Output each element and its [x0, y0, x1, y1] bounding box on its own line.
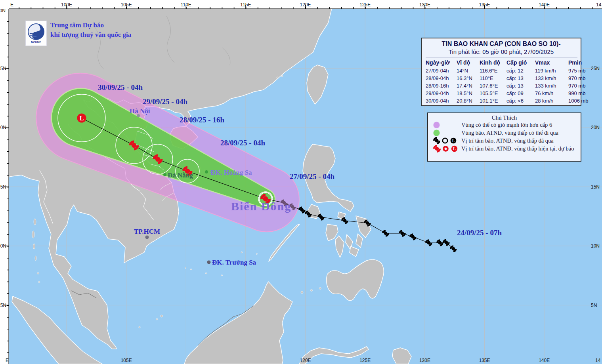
- forecast-depression-icon: [441, 145, 450, 153]
- bulletin-title: TIN BAO KHAN CAP (CON BAO SO 10)-: [422, 40, 581, 48]
- lat-label-corner: 30N: [0, 8, 6, 13]
- agency-name-line1: Trung tâm Dự báo: [50, 21, 131, 30]
- cell-lat: 17.4°N: [457, 82, 480, 90]
- cell-pmin: 970 mb: [568, 74, 585, 82]
- lat-label-left: 10N: [0, 243, 6, 249]
- svg-text:L: L: [453, 147, 456, 151]
- col-header: Pmin: [568, 59, 582, 67]
- cell-lon: 105.5°E: [480, 90, 506, 97]
- legend-row: Vùng có thể có gió mạnh lớn hơn cấp 6: [428, 121, 581, 129]
- city-label-truongsa: ĐK. Trường Sa: [212, 259, 256, 266]
- date-label-3: 28/09/25 - 04h: [220, 139, 265, 147]
- forecast-row: 28/09-04h 16.3°N 110°E cấp: 13 133 km/h …: [426, 74, 577, 82]
- cell-lon: 110°E: [480, 74, 506, 82]
- lon-label-top: 120E: [300, 2, 311, 8]
- nchmf-logo-emblem: [27, 23, 45, 40]
- cell-lat: 14°N: [457, 67, 480, 74]
- forecast-table-header: Ngày-giờ Vĩ độ Kinh độ Cấp gió Vmax Pmin: [426, 59, 577, 67]
- nchmf-logo-text: NCHMF: [31, 41, 41, 44]
- date-label-0: 30/09/25 - 04h: [98, 83, 143, 91]
- legend-title: Chú Thích: [428, 114, 581, 121]
- lat-label-right: 20N: [591, 125, 600, 130]
- purple-zone-icon: [433, 121, 440, 129]
- lon-label-top: 105E: [121, 2, 132, 8]
- tphcm-dot: [145, 236, 149, 239]
- agency-name: Trung tâm Dự báo khí tượng thuỷ văn quốc…: [50, 21, 131, 40]
- legend-row: Vùng bão, ATNĐ, vùng thấp có thể đi qua: [428, 129, 581, 137]
- svg-text:L: L: [452, 139, 455, 143]
- lon-label-bottom: 130E: [419, 358, 430, 363]
- danang-dot: [163, 173, 166, 176]
- cell-lat: 18.5°N: [457, 90, 480, 97]
- legend-row: L Vị trí tâm bão, ATNĐ, vùng thấp hiện t…: [428, 145, 581, 152]
- lon-label-top: 140E: [539, 2, 550, 8]
- cell-category: cấp: 13: [506, 74, 535, 82]
- cell-pmin: 975 mb: [568, 67, 585, 74]
- lat-label-right: 15N: [591, 184, 600, 190]
- lon-label-bottom: 135E: [479, 358, 490, 363]
- cell-lon: 116.6°E: [480, 67, 506, 74]
- lon-label-bottom: 105E: [121, 358, 132, 363]
- col-header: Cấp gió: [506, 59, 535, 67]
- lon-label-top: 125E: [359, 2, 371, 8]
- lon-label-bottom-partial: E: [6, 358, 9, 363]
- lon-label-top: 130E: [419, 2, 430, 8]
- bulletin-panel: TIN BAO KHAN CAP (CON BAO SO 10)- Tin ph…: [421, 38, 581, 106]
- lat-label-right: 5N: [591, 303, 597, 308]
- cell-datetime: 30/09-04h: [426, 97, 457, 105]
- cell-datetime: 27/09-04h: [426, 67, 457, 74]
- nchmf-logo: NCHMF: [25, 21, 47, 46]
- city-label-hanoi: Hà Nội: [130, 107, 150, 115]
- city-label-hoangsa: ĐK. Hoàng Sa: [210, 169, 252, 176]
- left-axis-strip: [0, 0, 9, 364]
- cell-vmax: 28 km/h: [535, 97, 568, 105]
- cell-lat: 20.8°N: [457, 97, 480, 105]
- lon-label-bottom: 125E: [359, 358, 371, 363]
- past-low-icon: L: [449, 137, 457, 145]
- agency-name-line2: khí tượng thuỷ văn quốc gia: [50, 30, 131, 40]
- legend-label: Vị trí tâm bão, ATNĐ, vùng thấp đã qua: [461, 137, 581, 144]
- storm-bulletin-map: L Hà Nội Đà Nẵng ĐK. Hoàng Sa TP.HCM ĐK.…: [0, 0, 602, 364]
- date-label-1: 29/09/25 - 04h: [143, 97, 187, 106]
- legend-label: Vị trí tâm bão, ATNĐ, vùng thấp hiện tại…: [461, 145, 581, 152]
- cell-lon: 101.1°E: [480, 97, 506, 105]
- date-label-4: 27/09/25 - 04h: [290, 172, 334, 181]
- lon-label-top-partial: 14: [596, 2, 602, 8]
- cell-datetime: 28/09-04h: [426, 74, 457, 82]
- lon-label-top: 100E: [61, 2, 72, 8]
- legend-label: Vùng có thể có gió mạnh lớn hơn cấp 6: [461, 122, 581, 128]
- date-label-5: 24/09/25 - 07h: [457, 229, 502, 237]
- forecast-row: 27/09-04h 14°N 116.6°E cấp: 12 119 km/h …: [426, 67, 577, 74]
- cell-pmin: 970 mb: [568, 82, 585, 90]
- agency-brand: NCHMF Trung tâm Dự báo khí tượng thuỷ vă…: [25, 21, 131, 46]
- cell-pmin: 990 mb: [568, 90, 585, 97]
- lon-label-bottom: 120E: [300, 358, 311, 363]
- lat-label-left: 15N: [0, 184, 6, 190]
- forecast-row: 30/09-04h 20.8°N 101.1°E cấp: <6 28 km/h…: [426, 97, 577, 105]
- cell-vmax: 76 km/h: [535, 90, 568, 97]
- forecast-row: 28/09-16h 17.4°N 107.6°E cấp: 13 133 km/…: [426, 82, 577, 90]
- legend-panel: Chú Thích Vùng có thể có gió mạnh lớn hơ…: [427, 112, 581, 162]
- lon-label-top: 135E: [479, 2, 490, 8]
- col-header: Ngày-giờ: [426, 59, 457, 67]
- cell-category: cấp: 09: [506, 90, 535, 97]
- lat-label-left: 20N: [0, 125, 6, 130]
- forecast-table: Ngày-giờ Vĩ độ Kinh độ Cấp gió Vmax Pmin…: [426, 57, 577, 105]
- bulletin-issued-time: Tin phát lúc: 05 giờ 00 phút, 27/09/2025: [422, 48, 581, 55]
- date-label-2: 28/09/25 - 16h: [180, 116, 224, 124]
- cell-datetime: 28/09-16h: [426, 82, 457, 90]
- city-label-tphcm: TP.HCM: [134, 228, 160, 235]
- cell-vmax: 133 km/h: [535, 74, 568, 82]
- cell-vmax: 133 km/h: [535, 82, 568, 90]
- cell-category: cấp: <6: [506, 97, 535, 105]
- lat-label-left: 25N: [0, 66, 6, 71]
- truongsa-dot: [207, 261, 211, 264]
- city-label-danang: Đà Nẵng: [168, 172, 193, 179]
- green-zone-icon: [433, 129, 440, 137]
- col-header: Vĩ độ: [457, 59, 480, 67]
- lon-label-bottom: 140E: [539, 358, 550, 363]
- low-pressure-letter: L: [80, 115, 84, 122]
- forecast-row: 29/09-04h 18.5°N 105.5°E cấp: 09 76 km/h…: [426, 90, 577, 97]
- forecast-typhoon-icon: [433, 145, 441, 153]
- cell-pmin: 1006 mb: [568, 97, 589, 105]
